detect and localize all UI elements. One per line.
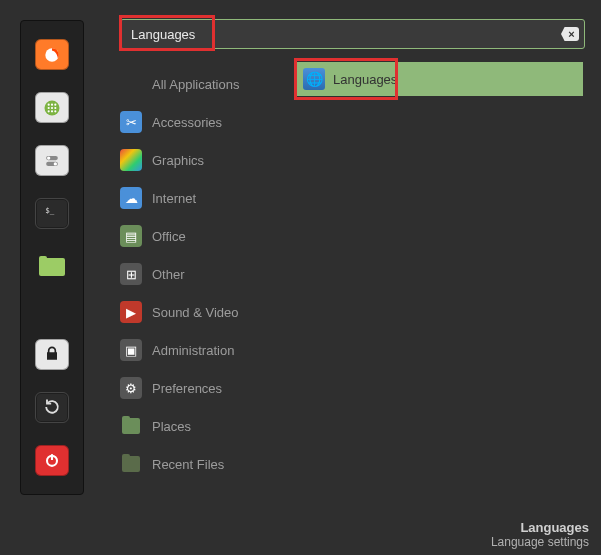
category-label: Graphics [152,153,204,168]
search-input[interactable] [120,19,585,49]
category-places[interactable]: Places [120,407,290,445]
globe-icon: 🌐 [303,68,325,90]
category-administration[interactable]: ▣ Administration [120,331,290,369]
status-title: Languages [491,520,589,535]
play-icon: ▶ [120,301,142,323]
folder-icon [120,415,142,437]
category-sound-video[interactable]: ▶ Sound & Video [120,293,290,331]
svg-point-9 [51,110,53,112]
lock-icon[interactable] [35,339,69,370]
category-label: Preferences [152,381,222,396]
status-bar: Languages Language settings [491,520,589,549]
category-office[interactable]: ▤ Office [120,217,290,255]
category-all-applications[interactable]: All Applications [120,65,290,103]
category-label: Recent Files [152,457,224,472]
firefox-icon[interactable] [35,39,69,70]
folder-recent-icon [120,453,142,475]
category-list: All Applications ✂ Accessories Graphics … [120,65,290,483]
svg-point-10 [54,110,56,112]
status-subtitle: Language settings [491,535,589,549]
category-label: Accessories [152,115,222,130]
blank-icon [120,73,142,95]
search-wrapper: × [120,19,585,49]
settings-toggle-icon[interactable] [35,145,69,176]
category-other[interactable]: ⊞ Other [120,255,290,293]
palette-icon [120,149,142,171]
admin-icon: ▣ [120,339,142,361]
files-icon[interactable] [35,251,69,282]
cloud-icon: ☁ [120,187,142,209]
apps-icon[interactable] [35,92,69,123]
results-list: 🌐 Languages [295,62,583,96]
preferences-icon: ⚙ [120,377,142,399]
result-languages[interactable]: 🌐 Languages [295,62,583,96]
result-label: Languages [333,72,397,87]
category-label: Places [152,419,191,434]
category-label: All Applications [152,77,239,92]
svg-text:$_: $_ [45,206,55,215]
svg-point-3 [51,103,53,105]
scissors-icon: ✂ [120,111,142,133]
svg-point-14 [54,162,57,165]
svg-point-8 [48,110,50,112]
category-accessories[interactable]: ✂ Accessories [120,103,290,141]
category-label: Internet [152,191,196,206]
launcher-panel: $_ [20,20,84,495]
search-clear-button[interactable]: × [561,27,579,41]
grid-icon: ⊞ [120,263,142,285]
category-graphics[interactable]: Graphics [120,141,290,179]
category-label: Sound & Video [152,305,239,320]
svg-point-2 [48,103,50,105]
power-icon[interactable] [35,445,69,476]
restart-icon[interactable] [35,392,69,423]
category-label: Other [152,267,185,282]
svg-point-5 [48,107,50,109]
category-label: Administration [152,343,234,358]
category-preferences[interactable]: ⚙ Preferences [120,369,290,407]
svg-point-7 [54,107,56,109]
book-icon: ▤ [120,225,142,247]
svg-point-4 [54,103,56,105]
category-label: Office [152,229,186,244]
svg-point-12 [47,156,50,159]
category-recent-files[interactable]: Recent Files [120,445,290,483]
svg-point-6 [51,107,53,109]
category-internet[interactable]: ☁ Internet [120,179,290,217]
terminal-icon[interactable]: $_ [35,198,69,229]
